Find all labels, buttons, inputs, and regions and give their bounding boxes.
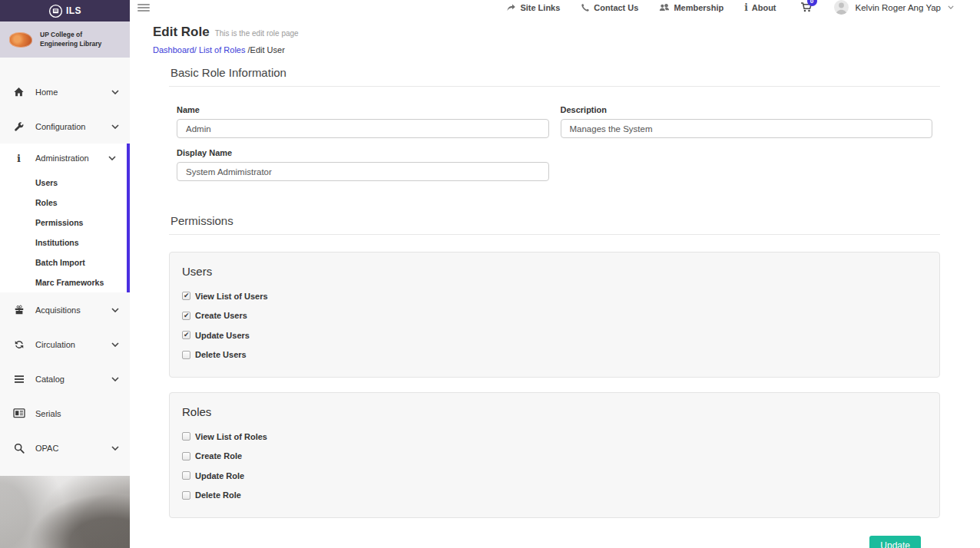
sidebar-item-configuration[interactable]: Configuration [0,109,130,144]
permission-option[interactable]: Create Users [182,306,927,326]
name-input[interactable] [177,119,549,138]
phone-icon [581,3,590,12]
page-subtitle: This is the edit role page [215,29,299,38]
sidebar-item-opac[interactable]: OPAC [0,431,130,465]
checkbox[interactable] [182,432,190,441]
page-title: Edit Role [153,25,210,40]
library-brand: UP College of Engineering Library [0,21,130,58]
checkbox[interactable] [182,491,190,500]
user-menu[interactable]: Kelvin Roger Ang Yap [834,0,954,15]
sidebar-item-administration[interactable]: i Administration [0,144,127,173]
avatar [834,0,849,15]
sidebar-item-roles[interactable]: Roles [0,193,127,213]
sidebar-item-acquisitions[interactable]: Acquisitions [0,292,130,327]
hamburger-menu-icon[interactable] [137,4,150,12]
permission-option[interactable]: View List of Users [182,286,927,306]
sidebar-item-users[interactable]: Users [0,173,127,193]
permission-option[interactable]: Create Role [182,447,927,467]
topbar: Site Links Contact Us Membership i A [130,0,980,15]
newspaper-icon [12,408,25,418]
sidebar-item-catalog[interactable]: Catalog [0,361,130,396]
topbar-link-contact-us[interactable]: Contact Us [581,3,638,12]
info-icon: i [12,154,25,163]
sidebar-nav: Home Configuration i Administration [0,58,130,465]
sidebar-item-home[interactable]: Home [0,74,130,109]
checkbox[interactable] [182,351,190,359]
permission-label: Delete Users [195,350,247,359]
sidebar-item-circulation[interactable]: Circulation [0,327,130,361]
sidebar: ILS UP College of Engineering Library Ho… [0,0,130,548]
sidebar-item-permissions[interactable]: Permissions [0,213,127,233]
chevron-down-icon [111,342,119,347]
sidebar-item-label: Circulation [35,340,75,349]
refresh-icon [12,339,25,350]
topbar-link-about[interactable]: i About [744,3,776,12]
topbar-link-label: Contact Us [594,3,638,12]
permission-option[interactable]: Update Users [182,325,927,345]
sidebar-item-label: Administration [35,154,89,163]
list-icon [12,375,25,384]
topbar-link-label: About [752,3,776,12]
form-actions: Update [169,536,921,548]
basic-info-section-title: Basic Role Information [169,66,940,87]
chevron-down-icon [111,377,119,381]
permissions-group-title: Roles [182,405,927,418]
breadcrumb-link-dashboard[interactable]: Dashboard/ [153,45,197,54]
sidebar-item-batch-import[interactable]: Batch Import [0,253,127,272]
sidebar-item-marc-frameworks[interactable]: Marc Frameworks [0,272,127,292]
sidebar-section-administration: i Administration Users Roles Permissions… [0,144,130,292]
sidebar-background-photo [0,476,130,548]
chevron-down-icon [111,446,119,451]
chevron-down-icon [948,5,954,9]
app-name: ILS [66,5,81,16]
sidebar-item-label: Configuration [35,122,85,131]
permissions-section-title: Permissions [169,214,940,235]
description-label: Description [561,105,933,114]
topbar-link-membership[interactable]: Membership [659,3,723,12]
breadcrumb-current: /Edit User [248,45,285,54]
display-name-input[interactable] [177,162,549,181]
library-name: UP College of Engineering Library [40,31,117,48]
checkbox[interactable] [182,452,190,461]
permissions-group-users: Users View List of Users Create Users Up… [169,252,940,378]
name-field-group: Name [177,105,549,138]
permissions-group-title: Users [182,265,927,278]
topbar-link-label: Site Links [520,3,560,12]
topbar-link-label: Membership [674,3,723,12]
update-button[interactable]: Update [869,536,921,548]
checkbox[interactable] [182,331,190,339]
topbar-link-site-links[interactable]: Site Links [506,3,560,12]
checkbox[interactable] [182,312,190,320]
wrench-icon [12,121,25,132]
checkbox[interactable] [182,292,190,300]
app-logo[interactable]: ILS [0,0,130,21]
user-name: Kelvin Roger Ang Yap [856,3,941,12]
share-icon [506,3,516,12]
display-name-label: Display Name [177,148,549,157]
display-name-field-group: Display Name [177,148,549,181]
cart-button[interactable]: 0 [800,2,813,13]
sidebar-item-institutions[interactable]: Institutions [0,233,127,253]
permission-label: Update Users [195,331,250,340]
chevron-down-icon [111,124,119,129]
permission-option[interactable]: View List of Roles [182,427,927,447]
checkbox[interactable] [182,471,190,480]
topbar-menu: Site Links Contact Us Membership i A [506,0,954,15]
breadcrumb: Dashboard/ List of Roles /Edit User [153,45,980,54]
sidebar-item-serials[interactable]: Serials [0,396,130,431]
breadcrumb-link-list-of-roles[interactable]: List of Roles [199,45,246,54]
permission-option[interactable]: Update Role [182,466,927,486]
permission-label: Create Users [195,311,247,320]
permission-option[interactable]: Delete Role [182,486,927,506]
chevron-down-icon [108,156,116,160]
page-header: Edit Role This is the edit role page Das… [130,15,980,54]
permission-label: Create Role [195,451,242,461]
form-container: Basic Role Information Name Description … [169,66,940,548]
sidebar-item-label: Acquisitions [35,305,81,315]
description-input[interactable] [561,119,933,138]
sidebar-item-label: Serials [35,409,61,418]
name-label: Name [177,105,549,114]
permission-option[interactable]: Delete Users [182,345,927,365]
home-icon [12,87,25,97]
sidebar-item-label: Catalog [35,375,65,384]
